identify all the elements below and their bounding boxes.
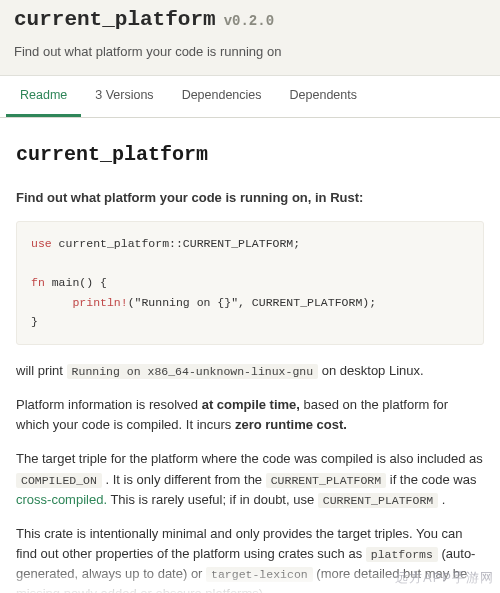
tab-bar: Readme 3 Versions Dependencies Dependent… [0, 76, 500, 118]
t: on desktop Linux. [318, 363, 424, 378]
title-row: current_platform v0.2.0 [14, 4, 486, 36]
package-version: v0.2.0 [224, 11, 274, 32]
package-subtitle: Find out what platform your code is runn… [14, 42, 486, 62]
t: The target triple for the platform where… [16, 451, 483, 466]
readme-heading: current_platform [16, 140, 484, 170]
t: . [438, 492, 445, 507]
code-fn-rest: main() { [45, 276, 107, 289]
code-current-platform-2: CURRENT_PLATFORM [318, 493, 438, 508]
bold-compile-time: at compile time, [202, 397, 300, 412]
bold-zero-cost: zero runtime cost. [235, 417, 347, 432]
code-use-rest: current_platform::CURRENT_PLATFORM; [52, 237, 300, 250]
t: if the code was [386, 472, 476, 487]
code-kw-fn: fn [31, 276, 45, 289]
para-other-crates: This crate is intentionally minimal and … [16, 524, 484, 593]
package-header: current_platform v0.2.0 Find out what pl… [0, 0, 500, 76]
package-name: current_platform [14, 4, 216, 36]
para-output: will print Running on x86_64-unknown-lin… [16, 361, 484, 381]
output-code: Running on x86_64-unknown-linux-gnu [67, 364, 319, 379]
tab-dependents[interactable]: Dependents [276, 76, 371, 117]
code-println-rest: ("Running on {}", CURRENT_PLATFORM); [128, 296, 376, 309]
code-close: } [31, 315, 38, 328]
code-current-platform: CURRENT_PLATFORM [266, 473, 386, 488]
code-println-macro: println! [72, 296, 127, 309]
para-compile-time: Platform information is resolved at comp… [16, 395, 484, 435]
code-kw-use: use [31, 237, 52, 250]
tab-dependencies[interactable]: Dependencies [168, 76, 276, 117]
code-platforms: platforms [366, 547, 438, 562]
t: will print [16, 363, 67, 378]
para-compiled-on: The target triple for the platform where… [16, 449, 484, 509]
tab-versions[interactable]: 3 Versions [81, 76, 167, 117]
code-example: use current_platform::CURRENT_PLATFORM; … [16, 221, 484, 345]
tab-readme[interactable]: Readme [6, 76, 81, 117]
t: Platform information is resolved [16, 397, 202, 412]
code-compiled-on: COMPILED_ON [16, 473, 102, 488]
code-indent [31, 296, 72, 309]
readme-intro: Find out what platform your code is runn… [16, 188, 484, 208]
code-target-lexicon: target-lexicon [206, 567, 313, 582]
t: . It is only different from the [102, 472, 266, 487]
link-cross-compiled[interactable]: cross-compiled. [16, 492, 107, 507]
readme-content: current_platform Find out what platform … [0, 118, 500, 593]
t: This is rarely useful; if in doubt, use [107, 492, 318, 507]
